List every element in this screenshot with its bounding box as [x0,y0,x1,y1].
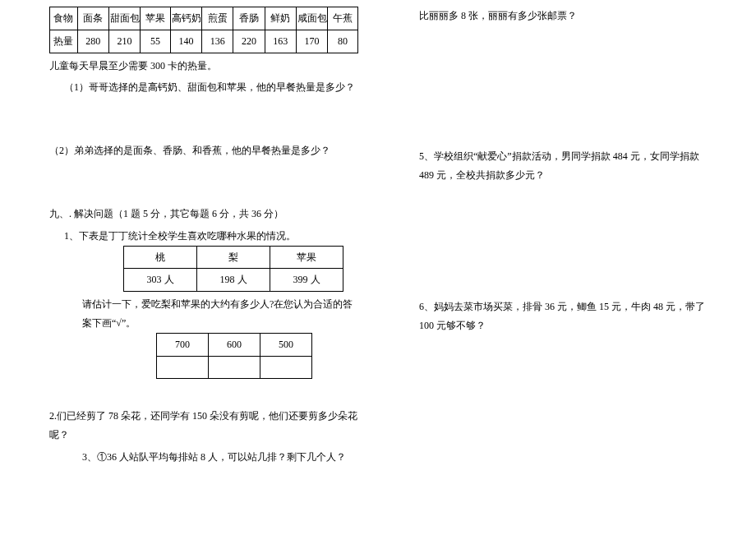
question-1-intro: 1、下表是丁丁统计全校学生喜欢吃哪种水果的情况。 [49,227,358,246]
food-item: 高钙奶 [170,7,201,30]
heat-value: 280 [77,30,108,53]
fruit-header: 桃 [124,246,197,269]
question-a2: （2）弟弟选择的是面条、香肠、和香蕉，他的早餐热量是多少？ [49,141,358,160]
heat-value: 163 [265,30,296,53]
food-item: 甜面包 [108,7,140,30]
heat-value: 80 [328,30,358,53]
food-item: 煎蛋 [202,7,233,30]
question-3b: ②36 人如果站 7 排，每排站几人？还剩下几个人？ [49,531,358,535]
question-3a: 3、①36 人站队平均每排站 8 人，可以站几排？剩下几个人？ [49,448,358,467]
question-4-cont: 比丽丽多 8 张，丽丽有多少张邮票？ [419,7,715,25]
food-item: 午蕉 [328,7,358,30]
estimate-table: 700 600 500 [156,333,312,380]
section-9-title: 九、. 解决问题（1 题 5 分，其它每题 6 分，共 36 分） [49,205,358,224]
fruit-value: 198 人 [197,269,270,292]
heat-row-label: 热量 [50,30,78,53]
question-2: 2.们已经剪了 78 朵花，还同学有 150 朵没有剪呢，他们还要剪多少朵花呢？ [49,407,358,445]
food-item: 苹果 [141,7,171,30]
estimate-option: 600 [209,333,260,356]
fruit-value: 303 人 [124,269,197,292]
question-a1: （1）哥哥选择的是高钙奶、甜面包和苹果，他的早餐热量是多少？ [49,78,358,97]
food-calorie-table: 食物 面条 甜面包 苹果 高钙奶 煎蛋 香肠 鲜奶 咸面包 午蕉 热量 280 … [49,7,358,53]
fruit-value: 399 人 [270,269,343,292]
question-6: 6、妈妈去菜市场买菜，排骨 36 元，鲫鱼 15 元，牛肉 48 元，带了 10… [419,297,715,335]
heat-value: 170 [296,30,327,53]
food-item: 咸面包 [296,7,327,30]
heat-value: 210 [108,30,140,53]
food-item: 香肠 [233,7,265,30]
heat-value: 55 [141,30,171,53]
heat-value: 140 [170,30,201,53]
fruit-header: 梨 [197,246,270,269]
estimate-option: 500 [260,333,312,356]
estimate-blank [209,356,260,379]
estimate-blank [260,356,312,379]
fruit-table: 桃 梨 苹果 303 人 198 人 399 人 [123,246,343,293]
estimate-option: 700 [157,333,209,356]
daily-need-text: 儿童每天早晨至少需要 300 卡的热量。 [49,57,358,76]
question-5: 5、学校组织“献爱心”捐款活动，男同学捐款 484 元，女同学捐款 489 元，… [419,147,715,185]
estimate-blank [157,356,209,379]
heat-value: 136 [202,30,233,53]
question-1-estimate-prompt: 请估计一下，爱吃梨和苹果的大约有多少人?在您认为合适的答案下画“√”。 [49,295,358,333]
heat-value: 220 [233,30,265,53]
fruit-header: 苹果 [270,246,343,269]
food-row-label: 食物 [50,7,78,30]
food-item: 鲜奶 [265,7,296,30]
food-item: 面条 [77,7,108,30]
